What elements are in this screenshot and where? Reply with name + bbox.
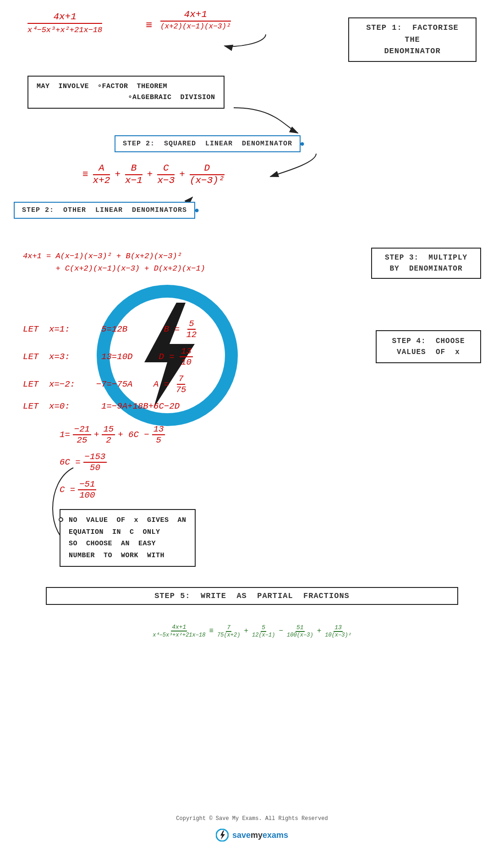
copyright-text: Copyright © Save My Exams. All Rights Re… <box>176 815 328 822</box>
step5-box: STEP 5: WRITE AS PARTIAL FRACTIONS <box>46 587 458 605</box>
svg-marker-5 <box>220 831 225 840</box>
let-x1: LET x=1: 5=12B B = 512 <box>23 319 198 340</box>
c-line: C = −51100 <box>60 479 96 500</box>
note-box: NO VALUE OF x GIVES AN EQUATION IN C ONL… <box>60 509 196 567</box>
savemyexams-logo: savemyexams <box>216 829 288 842</box>
step2-other-box: STEP 2: OTHER LINEAR DENOMINATORS ● <box>14 202 195 219</box>
step2-squared-label: STEP 2: SQUARED LINEAR DENOMINATOR <box>123 140 292 148</box>
logo-text: savemyexams <box>232 831 288 840</box>
main-fraction-right: 4x+1 (x+2)(x−1)(x−3)² <box>160 9 231 31</box>
equals-sign-1: ≡ <box>146 19 152 32</box>
let-x3: LET x=3: 13=10D D = 1310 <box>23 346 193 367</box>
step3-box: STEP 3: MULTIPLYBY DENOMINATOR <box>371 248 481 279</box>
6c-line: 6C = −15350 <box>60 452 107 473</box>
step4-box: STEP 4: CHOOSEVALUES OF x <box>376 330 481 363</box>
final-answer: 4x+1x⁴−5x³+x²+21x−18 ≡ 775(x+2) + 512(x−… <box>9 624 495 638</box>
step4-label: STEP 4: CHOOSEVALUES OF x <box>392 337 465 356</box>
step2-other-label: STEP 2: OTHER LINEAR DENOMINATORS <box>22 206 187 214</box>
main-fraction-left: 4x+1 x⁴−5x³+x²+21x−18 <box>27 11 102 34</box>
let-x0-line2: 1= −2125 + 152 + 6C − 135 <box>60 424 165 445</box>
let-x-minus2: LET x=−2: −7=−75A A = 775 <box>23 374 187 395</box>
step5-label: STEP 5: WRITE AS PARTIAL FRACTIONS <box>154 592 350 600</box>
step3-label: STEP 3: MULTIPLYBY DENOMINATOR <box>385 254 467 273</box>
step3-equation: 4x+1 = A(x−1)(x−3)² + B(x+2)(x−3)² + C(x… <box>23 250 205 275</box>
step2-squared-box: STEP 2: SQUARED LINEAR DENOMINATOR ● <box>115 135 301 152</box>
let-x0-line1: LET x=0: 1=−9A+18B+6C−2D <box>23 401 180 411</box>
step1-label: STEP 1: FACTORISE THEDENOMINATOR <box>366 23 459 55</box>
may-involve-box: MAY INVOLVE ∘FACTOR THEOREM ∘ALGEBRAIC D… <box>27 76 225 109</box>
partial-fraction-expansion: ≡ A x+2 + B x−1 + C x−3 + D (x−3)² <box>82 163 225 186</box>
step1-box: STEP 1: FACTORISE THEDENOMINATOR <box>348 17 477 62</box>
